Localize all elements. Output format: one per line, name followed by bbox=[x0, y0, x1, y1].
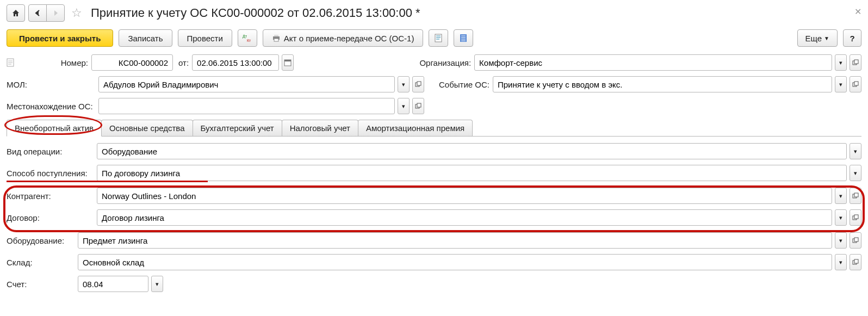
back-button[interactable] bbox=[28, 4, 47, 22]
print-button[interactable]: Акт о приеме-передаче ОС (ОС-1) bbox=[263, 29, 424, 47]
svg-rect-3 bbox=[274, 35, 278, 36]
mol-open-icon[interactable] bbox=[412, 76, 424, 92]
mol-input[interactable] bbox=[98, 76, 395, 92]
op-type-input[interactable] bbox=[97, 143, 847, 159]
page-title: Принятие к учету ОС КС00-000002 от 02.06… bbox=[91, 6, 420, 20]
date-label: от: bbox=[178, 58, 189, 67]
contractor-label: Контрагент: bbox=[7, 191, 94, 201]
tab-tax[interactable]: Налоговый учет bbox=[282, 120, 358, 136]
more-button[interactable]: Еще ▼ bbox=[797, 29, 838, 47]
svg-rect-19 bbox=[284, 60, 291, 61]
equip-dropdown-icon[interactable]: ▾ bbox=[835, 232, 847, 249]
org-dropdown-icon[interactable]: ▾ bbox=[835, 54, 847, 71]
svg-rect-21 bbox=[854, 60, 858, 64]
tab-fixed-assets[interactable]: Основные средства bbox=[101, 120, 193, 136]
store-open-icon[interactable] bbox=[850, 254, 861, 270]
receipt-input[interactable] bbox=[97, 165, 847, 181]
contractor-dropdown-icon[interactable]: ▾ bbox=[835, 188, 847, 204]
location-label: Местонахождение ОС: bbox=[7, 102, 95, 111]
dr-cr-button[interactable]: ДтКт bbox=[238, 29, 257, 47]
contractor-input[interactable] bbox=[97, 188, 832, 204]
home-button[interactable] bbox=[7, 4, 25, 22]
event-label: Событие ОС: bbox=[431, 80, 489, 89]
account-input[interactable] bbox=[78, 276, 148, 292]
favorite-star-icon[interactable]: ☆ bbox=[71, 6, 82, 20]
event-dropdown-icon[interactable]: ▾ bbox=[835, 76, 847, 92]
tab-noncurrent-asset[interactable]: Внеоборотный актив bbox=[7, 120, 102, 137]
svg-rect-5 bbox=[435, 34, 442, 42]
svg-rect-4 bbox=[274, 39, 278, 41]
close-icon[interactable]: ✕ bbox=[854, 7, 861, 17]
post-button[interactable]: Провести bbox=[178, 29, 232, 47]
calendar-icon[interactable] bbox=[282, 54, 294, 71]
doc-icon bbox=[7, 58, 14, 67]
contract-input[interactable] bbox=[97, 209, 832, 226]
svg-text:Дт: Дт bbox=[243, 34, 247, 39]
svg-rect-31 bbox=[854, 215, 858, 219]
location-input[interactable] bbox=[98, 98, 395, 114]
svg-rect-23 bbox=[417, 82, 421, 85]
chevron-down-icon: ▼ bbox=[824, 35, 829, 41]
svg-text:Кт: Кт bbox=[247, 39, 251, 42]
contract-open-icon[interactable] bbox=[850, 209, 861, 226]
tab-accounting[interactable]: Бухгалтерский учет bbox=[193, 120, 282, 136]
mol-dropdown-icon[interactable]: ▾ bbox=[398, 76, 410, 92]
event-input[interactable] bbox=[493, 76, 832, 92]
contract-label: Договор: bbox=[7, 213, 94, 222]
report-icon-button[interactable] bbox=[429, 29, 448, 47]
tab-deprec-bonus[interactable]: Амортизационная премия bbox=[358, 120, 473, 136]
org-input[interactable] bbox=[474, 54, 832, 71]
store-input[interactable] bbox=[78, 254, 832, 270]
tab-bar: Внеоборотный актив Основные средства Бух… bbox=[7, 120, 861, 137]
equip-input[interactable] bbox=[78, 232, 832, 249]
contract-dropdown-icon[interactable]: ▾ bbox=[835, 209, 847, 226]
location-open-icon[interactable] bbox=[412, 98, 424, 114]
write-button[interactable]: Записать bbox=[119, 29, 172, 47]
date-input[interactable] bbox=[192, 54, 279, 71]
op-type-label: Вид операции: bbox=[7, 147, 94, 156]
equip-label: Оборудование: bbox=[7, 236, 75, 245]
store-label: Склад: bbox=[7, 258, 75, 267]
svg-rect-25 bbox=[854, 82, 858, 85]
post-and-close-button[interactable]: Провести и закрыть bbox=[7, 29, 113, 47]
svg-rect-27 bbox=[417, 103, 421, 107]
forward-button[interactable] bbox=[46, 4, 65, 22]
account-dropdown-icon[interactable]: ▾ bbox=[151, 276, 163, 292]
receipt-label: Способ поступления: bbox=[7, 169, 94, 178]
org-label: Организация: bbox=[297, 58, 471, 67]
number-input[interactable] bbox=[91, 54, 173, 71]
receipt-dropdown-icon[interactable]: ▾ bbox=[850, 165, 861, 181]
event-open-icon[interactable] bbox=[850, 76, 861, 92]
location-dropdown-icon[interactable]: ▾ bbox=[398, 98, 410, 114]
mol-label: МОЛ: bbox=[7, 80, 95, 89]
account-label: Счет: bbox=[7, 280, 75, 289]
org-open-icon[interactable] bbox=[850, 54, 861, 71]
help-button[interactable]: ? bbox=[843, 29, 861, 47]
svg-rect-33 bbox=[854, 238, 858, 241]
svg-rect-29 bbox=[854, 193, 858, 197]
number-label: Номер: bbox=[17, 58, 88, 67]
store-dropdown-icon[interactable]: ▾ bbox=[835, 254, 847, 270]
op-type-dropdown-icon[interactable]: ▾ bbox=[850, 143, 861, 159]
svg-rect-35 bbox=[854, 259, 858, 263]
equip-open-icon[interactable] bbox=[850, 232, 861, 249]
print-label: Акт о приеме-передаче ОС (ОС-1) bbox=[284, 34, 414, 43]
list-icon-button[interactable] bbox=[454, 29, 473, 47]
contractor-open-icon[interactable] bbox=[850, 188, 861, 204]
